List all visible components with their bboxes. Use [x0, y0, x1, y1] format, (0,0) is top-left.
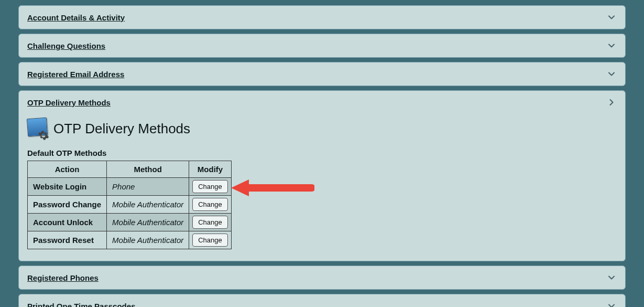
col-header-action: Action [28, 161, 107, 178]
cell-modify: Change [189, 196, 232, 214]
cell-method: Mobile Authenticator [107, 231, 189, 249]
cell-action: Password Reset [28, 231, 107, 249]
chevron-down-icon [606, 40, 617, 51]
panel-otp-delivery: OTP Delivery Methods OTP Delivery Method… [18, 90, 626, 261]
cell-modify: Change [189, 178, 232, 196]
change-button[interactable]: Change [192, 216, 228, 229]
cell-modify: Change [189, 231, 232, 249]
panel-registered-email[interactable]: Registered Email Address [18, 62, 626, 86]
cell-method: Mobile Authenticator [107, 214, 189, 231]
cell-action: Website Login [28, 178, 107, 196]
otp-methods-table: Action Method Modify Website LoginPhoneC… [27, 161, 232, 249]
blueprint-gear-icon [27, 118, 48, 139]
chevron-down-icon [606, 272, 617, 283]
change-button[interactable]: Change [192, 234, 228, 247]
panel-title-email: Registered Email Address [27, 70, 124, 79]
panel-account-details[interactable]: Account Details & Activity [18, 5, 626, 29]
cell-action: Account Unlock [28, 214, 107, 231]
panel-challenge-questions[interactable]: Challenge Questions [18, 34, 626, 58]
change-button[interactable]: Change [192, 198, 228, 211]
panel-title-printed: Printed One Time Passcodes [27, 302, 135, 308]
chevron-down-icon [606, 12, 617, 23]
panel-title-otp: OTP Delivery Methods [27, 98, 111, 107]
panel-registered-phones[interactable]: Registered Phones [18, 266, 626, 290]
chevron-down-icon [606, 301, 617, 307]
panel-title-phones: Registered Phones [27, 273, 99, 282]
table-row: Account UnlockMobile AuthenticatorChange [28, 214, 232, 231]
table-row: Password ResetMobile AuthenticatorChange [28, 231, 232, 249]
cell-action: Password Change [28, 196, 107, 214]
panel-title-account: Account Details & Activity [27, 13, 125, 22]
panel-printed-passcodes[interactable]: Printed One Time Passcodes [18, 294, 626, 307]
panel-body-otp: OTP Delivery Methods Default OTP Methods… [19, 114, 625, 261]
cell-method: Mobile Authenticator [107, 196, 189, 214]
subtitle-default-methods: Default OTP Methods [27, 149, 617, 157]
cell-method: Phone [107, 178, 189, 196]
table-row: Website LoginPhoneChange [28, 178, 232, 196]
col-header-modify: Modify [189, 161, 232, 178]
chevron-right-icon [606, 97, 617, 108]
cell-modify: Change [189, 214, 232, 231]
panel-title-challenge: Challenge Questions [27, 41, 105, 50]
panel-header-otp[interactable]: OTP Delivery Methods [19, 91, 625, 114]
section-head: OTP Delivery Methods [27, 118, 617, 139]
change-button[interactable]: Change [192, 180, 228, 193]
chevron-down-icon [606, 69, 617, 79]
table-row: Password ChangeMobile AuthenticatorChang… [28, 196, 232, 214]
col-header-method: Method [107, 161, 189, 178]
section-title: OTP Delivery Methods [53, 121, 190, 137]
